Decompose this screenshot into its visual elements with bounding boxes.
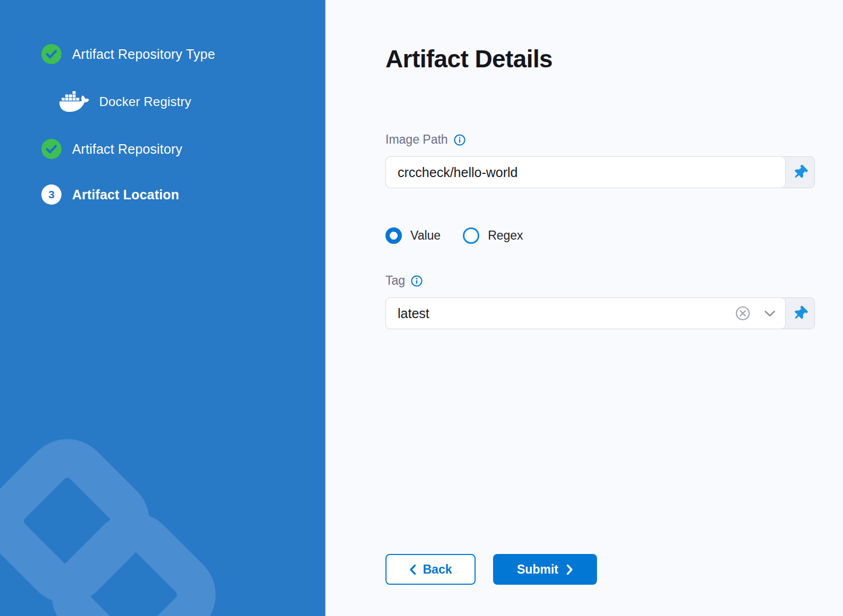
check-circle-icon	[41, 139, 62, 159]
tag-input-wrap	[385, 297, 786, 329]
tag-label-row: Tag	[385, 274, 843, 288]
step-artifact-location[interactable]: 3 Artifact Location	[41, 184, 325, 205]
pin-icon[interactable]	[786, 157, 814, 188]
image-path-input-wrap	[385, 156, 786, 188]
page-title: Artifact Details	[385, 45, 843, 73]
submit-button[interactable]: Submit	[493, 554, 597, 585]
wizard-sidebar: Artifact Repository Type Docker Registry	[0, 0, 326, 616]
image-path-input[interactable]	[398, 165, 776, 180]
image-path-label-row: Image Path	[385, 133, 843, 147]
info-icon[interactable]	[454, 134, 466, 146]
tag-mode-radio-group: Value Regex	[385, 227, 843, 244]
wizard-steps: Artifact Repository Type Docker Registry	[0, 0, 325, 205]
substep-label: Docker Registry	[99, 94, 191, 109]
radio-unselected-icon[interactable]	[463, 227, 479, 244]
back-button[interactable]: Back	[385, 554, 476, 585]
chevron-down-icon[interactable]	[764, 310, 776, 317]
radio-label: Value	[410, 228, 441, 243]
docker-whale-icon	[59, 90, 89, 113]
step-artifact-repository-type[interactable]: Artifact Repository Type	[41, 44, 325, 64]
check-circle-icon	[41, 44, 62, 64]
pin-icon[interactable]	[786, 298, 814, 329]
radio-label: Regex	[488, 228, 523, 243]
clear-icon[interactable]	[735, 306, 750, 321]
tag-label: Tag	[385, 274, 405, 288]
tag-input[interactable]	[398, 306, 722, 321]
submit-button-label: Submit	[517, 562, 558, 577]
back-button-label: Back	[423, 562, 452, 577]
info-icon[interactable]	[411, 275, 423, 287]
image-path-field-group	[385, 156, 815, 188]
radio-option-value[interactable]: Value	[385, 227, 441, 244]
radio-selected-icon[interactable]	[385, 227, 402, 244]
step-label: Artifact Repository	[72, 142, 182, 157]
chevron-right-icon	[566, 564, 573, 575]
step-artifact-repository[interactable]: Artifact Repository	[41, 139, 325, 159]
artifact-details-panel: Artifact Details Image Path	[326, 0, 843, 616]
chevron-left-icon	[409, 564, 416, 575]
step-label: Artifact Location	[72, 187, 179, 203]
substep-docker-registry: Docker Registry	[59, 90, 325, 113]
wizard-footer: Back Submit	[385, 554, 843, 585]
step-label: Artifact Repository Type	[72, 47, 215, 62]
step-number-badge: 3	[41, 184, 62, 205]
image-path-label: Image Path	[385, 133, 448, 147]
artifact-wizard: Artifact Repository Type Docker Registry	[0, 0, 843, 616]
tag-field-group	[385, 297, 815, 329]
radio-option-regex[interactable]: Regex	[463, 227, 523, 244]
